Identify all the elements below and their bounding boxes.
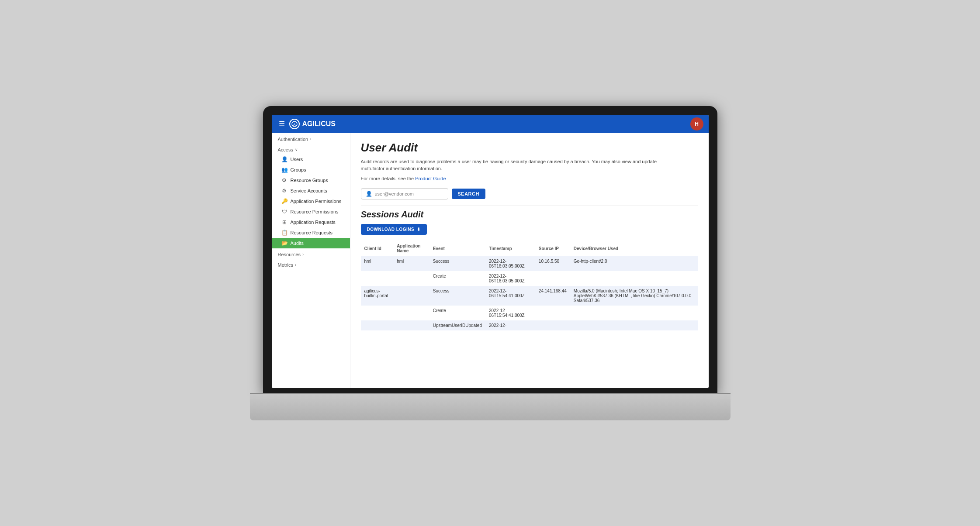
- screen-bezel: ☰ A AGILICUS H Authent: [263, 106, 717, 394]
- app-body: Authentication › Access ∨ 👤 Users 👥: [272, 133, 709, 388]
- table-row: Create2022-12-06T15:54:41.000Z: [361, 306, 698, 320]
- access-chevron: ∨: [295, 148, 298, 152]
- resources-label: Resources: [278, 252, 301, 257]
- table-row: Create2022-12-06T16:03:05.000Z: [361, 271, 698, 286]
- laptop-base: [250, 394, 731, 420]
- col-device: Device/Browser Used: [570, 241, 698, 256]
- cell-source_ip: 10.16.5.50: [535, 256, 570, 272]
- sidebar-item-resource-permissions[interactable]: 🛡 Resource Permissions: [272, 206, 350, 217]
- sidebar-access[interactable]: Access ∨: [272, 144, 350, 154]
- cell-client_id: hmi: [361, 256, 394, 272]
- search-user-icon: 👤: [366, 191, 372, 197]
- sidebar-authentication[interactable]: Authentication ›: [272, 133, 350, 144]
- laptop-screen: ☰ A AGILICUS H Authent: [272, 115, 709, 388]
- sessions-audit-title: Sessions Audit: [361, 210, 698, 220]
- search-input-wrapper: 👤: [361, 188, 448, 199]
- product-guide-link[interactable]: Product Guide: [415, 176, 446, 181]
- cell-app_name: [393, 286, 429, 306]
- users-label: Users: [291, 157, 303, 162]
- metrics-chevron: ›: [295, 263, 296, 267]
- service-accounts-label: Service Accounts: [291, 188, 327, 193]
- app-logo: A AGILICUS: [289, 119, 336, 129]
- product-guide-ref: For more details, see the Product Guide: [361, 175, 667, 182]
- download-logins-button[interactable]: DOWNLOAD LOGINS ⬇: [361, 224, 427, 235]
- sidebar-item-users[interactable]: 👤 Users: [272, 154, 350, 165]
- audit-table: Client Id Application Name Event Timesta…: [361, 241, 698, 330]
- cell-client_id: [361, 306, 394, 320]
- sidebar-resources[interactable]: Resources ›: [272, 248, 350, 259]
- sidebar-item-application-permissions[interactable]: 🔑 Application Permissions: [272, 196, 350, 206]
- cell-app_name: hmi: [393, 256, 429, 272]
- table-row: UpstreamUserIDUpdated2022-12-: [361, 320, 698, 330]
- resources-chevron: ›: [302, 252, 304, 257]
- groups-label: Groups: [291, 167, 306, 172]
- search-section: 👤 SEARCH: [361, 188, 698, 199]
- divider: [361, 206, 698, 206]
- cell-event: Success: [429, 256, 485, 272]
- app-name: AGILICUS: [302, 120, 336, 128]
- laptop-wrapper: ☰ A AGILICUS H Authent: [250, 106, 731, 420]
- product-guide-prefix: For more details, see the: [361, 176, 414, 181]
- cell-event: Success: [429, 286, 485, 306]
- cell-app_name: [393, 320, 429, 330]
- authentication-label: Authentication: [278, 137, 308, 142]
- sidebar-item-resource-requests[interactable]: 📋 Resource Requests: [272, 227, 350, 238]
- sidebar-item-groups[interactable]: 👥 Groups: [272, 165, 350, 175]
- cell-source_ip: [535, 271, 570, 286]
- resource-requests-label: Resource Requests: [291, 230, 333, 235]
- app-permissions-label: Application Permissions: [291, 199, 342, 204]
- cell-client_id: [361, 320, 394, 330]
- access-label: Access: [278, 147, 293, 152]
- resource-permissions-label: Resource Permissions: [291, 209, 339, 214]
- sidebar-item-application-requests[interactable]: ⊞ Application Requests: [272, 217, 350, 227]
- cell-timestamp: 2022-12-06T15:54:41.000Z: [485, 306, 535, 320]
- cell-client_id: agilicus-builtin-portal: [361, 286, 394, 306]
- logo-circle: A: [289, 119, 300, 129]
- authentication-chevron: ›: [310, 137, 311, 141]
- cell-source_ip: 24.141.168.44: [535, 286, 570, 306]
- cell-source_ip: [535, 320, 570, 330]
- cell-device: Mozilla/5.0 (Macintosh; Intel Mac OS X 1…: [570, 286, 698, 306]
- audits-icon: 📂: [281, 240, 287, 246]
- app-header: ☰ A AGILICUS H: [272, 115, 709, 133]
- main-content: User Audit Audit records are used to dia…: [350, 133, 709, 388]
- cell-timestamp: 2022-12-06T15:54:41.000Z: [485, 286, 535, 306]
- cell-source_ip: [535, 306, 570, 320]
- cell-device: [570, 271, 698, 286]
- col-app-name: Application Name: [393, 241, 429, 256]
- resource-permissions-icon: 🛡: [281, 209, 287, 215]
- table-header-row: Client Id Application Name Event Timesta…: [361, 241, 698, 256]
- cell-device: [570, 306, 698, 320]
- resource-requests-icon: 📋: [281, 230, 287, 236]
- page-description: Audit records are used to diagnose probl…: [361, 158, 667, 172]
- cell-event: UpstreamUserIDUpdated: [429, 320, 485, 330]
- search-button[interactable]: SEARCH: [452, 189, 485, 199]
- col-timestamp: Timestamp: [485, 241, 535, 256]
- col-client-id: Client Id: [361, 241, 394, 256]
- col-source-ip: Source IP: [535, 241, 570, 256]
- sidebar: Authentication › Access ∨ 👤 Users 👥: [272, 133, 350, 388]
- download-icon: ⬇: [417, 227, 421, 232]
- cell-device: [570, 320, 698, 330]
- groups-icon: 👥: [281, 167, 287, 173]
- sidebar-item-service-accounts[interactable]: ⚙ Service Accounts: [272, 186, 350, 196]
- col-event: Event: [429, 241, 485, 256]
- sidebar-metrics[interactable]: Metrics ›: [272, 259, 350, 269]
- avatar[interactable]: H: [690, 117, 703, 131]
- cell-event: Create: [429, 306, 485, 320]
- app-requests-icon: ⊞: [281, 219, 287, 225]
- resource-groups-label: Resource Groups: [291, 178, 328, 183]
- sidebar-item-audits[interactable]: 📂 Audits: [272, 238, 350, 248]
- menu-icon[interactable]: ☰: [279, 120, 285, 128]
- cell-app_name: [393, 271, 429, 286]
- cell-device: Go-http-client/2.0: [570, 256, 698, 272]
- cell-timestamp: 2022-12-06T16:03:05.000Z: [485, 271, 535, 286]
- sidebar-item-resource-groups[interactable]: ⚙ Resource Groups: [272, 175, 350, 186]
- app-permissions-icon: 🔑: [281, 198, 287, 204]
- search-input[interactable]: [375, 191, 440, 196]
- cell-event: Create: [429, 271, 485, 286]
- metrics-label: Metrics: [278, 262, 293, 268]
- service-accounts-icon: ⚙: [281, 188, 287, 194]
- audits-label: Audits: [291, 241, 304, 246]
- cell-timestamp: 2022-12-: [485, 320, 535, 330]
